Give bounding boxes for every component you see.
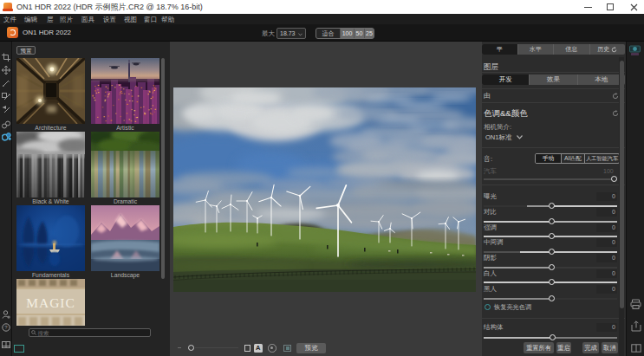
svg-text:?: ? (4, 325, 8, 330)
svg-text:MAGIC: MAGIC (26, 295, 75, 310)
